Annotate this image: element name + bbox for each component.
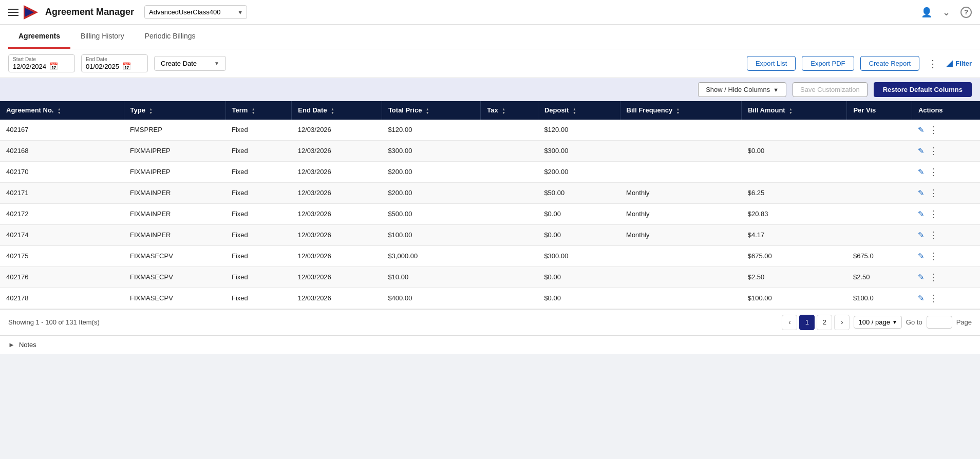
start-date-value: 12/02/2024 — [13, 63, 46, 70]
cell-agreement-no: 402170 — [0, 161, 124, 182]
cell-agreement-no: 402172 — [0, 203, 124, 224]
col-per-vis-label: Per Vis — [853, 106, 876, 114]
edit-icon[interactable]: ✎ — [918, 209, 925, 219]
filter-icon: ◢ — [946, 59, 952, 68]
cell-end-date: 12/03/2026 — [292, 120, 382, 141]
start-date-calendar-icon[interactable]: 📅 — [49, 62, 58, 70]
end-date-calendar-icon[interactable]: 📅 — [122, 62, 131, 70]
table-header-row: Agreement No. ▲▼ Type ▲▼ Term ▲▼ End Dat… — [0, 101, 980, 120]
row-more-icon[interactable]: ⋮ — [929, 166, 938, 178]
cell-bill-frequency — [620, 288, 742, 309]
cell-per-vis: $675.0 — [847, 245, 912, 266]
show-hide-bar: Show / Hide Columns ▼ Save Customization… — [0, 78, 980, 101]
cell-tax — [481, 224, 538, 245]
col-end-date[interactable]: End Date ▲▼ — [292, 101, 382, 120]
cell-bill-frequency: Monthly — [620, 224, 742, 245]
row-more-icon[interactable]: ⋮ — [929, 187, 938, 199]
sort-type-icon[interactable]: ▲▼ — [149, 107, 153, 114]
show-hide-label: Show / Hide Columns — [706, 86, 770, 93]
cell-actions: ✎ ⋮ — [912, 140, 980, 161]
row-more-icon[interactable]: ⋮ — [929, 230, 938, 241]
page-2-button[interactable]: 2 — [817, 315, 832, 330]
row-more-icon[interactable]: ⋮ — [929, 272, 938, 283]
tab-periodic-billings[interactable]: Periodic Billings — [135, 25, 206, 49]
tab-billing-history[interactable]: Billing History — [70, 25, 135, 49]
table-row: 402172FIXMAINPERFixed12/03/2026$500.00$0… — [0, 203, 980, 224]
row-more-icon[interactable]: ⋮ — [929, 251, 938, 262]
col-agreement-no[interactable]: Agreement No. ▲▼ — [0, 101, 124, 120]
cell-tax — [481, 203, 538, 224]
restore-default-columns-button[interactable]: Restore Default Columns — [874, 82, 972, 97]
download-icon[interactable]: ⌄ — [943, 7, 950, 18]
notes-bar[interactable]: ► Notes — [0, 335, 980, 354]
per-page-dropdown[interactable]: 100 / page ▼ — [854, 316, 901, 329]
export-pdf-button[interactable]: Export PDF — [802, 56, 854, 71]
cell-bill-amount — [742, 120, 847, 141]
per-page-arrow-icon: ▼ — [892, 319, 897, 325]
row-more-icon[interactable]: ⋮ — [929, 124, 938, 136]
row-more-icon[interactable]: ⋮ — [929, 293, 938, 304]
cell-actions: ✎ ⋮ — [912, 288, 980, 309]
row-more-icon[interactable]: ⋮ — [929, 145, 938, 157]
save-customization-button[interactable]: Save Customization — [793, 82, 868, 97]
cell-end-date: 12/03/2026 — [292, 161, 382, 182]
sort-deposit-icon[interactable]: ▲▼ — [573, 107, 576, 114]
row-more-icon[interactable]: ⋮ — [929, 208, 938, 220]
user-select[interactable]: AdvancedUserClass400 — [144, 5, 247, 19]
user-profile-icon[interactable]: 👤 — [921, 7, 932, 18]
cell-actions: ✎ ⋮ — [912, 203, 980, 224]
col-bill-frequency[interactable]: Bill Frequency ▲▼ — [620, 101, 742, 120]
notes-chevron-icon: ► — [8, 341, 15, 349]
hamburger-menu[interactable] — [8, 9, 18, 16]
col-type-label: Type — [130, 106, 145, 114]
col-bill-amount[interactable]: Bill Amount ▲▼ — [742, 101, 847, 120]
cell-bill-frequency — [620, 266, 742, 288]
edit-icon[interactable]: ✎ — [918, 294, 925, 303]
cell-type: FIXMAINPER — [124, 182, 225, 203]
cell-deposit: $50.00 — [538, 182, 620, 203]
create-date-dropdown[interactable]: Create Date ▼ — [154, 56, 226, 71]
start-date-label: Start Date — [13, 56, 70, 62]
show-hide-columns-button[interactable]: Show / Hide Columns ▼ — [698, 82, 786, 97]
edit-icon[interactable]: ✎ — [918, 167, 925, 177]
tabs: Agreements Billing History Periodic Bill… — [0, 25, 980, 49]
cell-deposit: $120.00 — [538, 120, 620, 141]
col-tax[interactable]: Tax ▲▼ — [481, 101, 538, 120]
goto-label: Go to — [906, 318, 922, 326]
help-icon[interactable]: ? — [960, 7, 972, 18]
create-date-arrow-icon: ▼ — [214, 61, 219, 66]
filter-button[interactable]: ◢ Filter — [946, 59, 972, 68]
cell-end-date: 12/03/2026 — [292, 288, 382, 309]
col-total-price[interactable]: Total Price ▲▼ — [382, 101, 480, 120]
prev-page-button[interactable]: ‹ — [782, 315, 797, 330]
edit-icon[interactable]: ✎ — [918, 188, 925, 198]
tab-agreements[interactable]: Agreements — [8, 25, 70, 49]
page-1-button[interactable]: 1 — [799, 315, 815, 330]
export-list-button[interactable]: Export List — [747, 56, 796, 71]
more-options-button[interactable]: ⋮ — [926, 55, 940, 72]
col-type[interactable]: Type ▲▼ — [124, 101, 225, 120]
sort-term-icon[interactable]: ▲▼ — [252, 107, 255, 114]
cell-deposit: $300.00 — [538, 140, 620, 161]
create-report-button[interactable]: Create Report — [860, 56, 920, 71]
col-per-vis[interactable]: Per Vis — [847, 101, 912, 120]
edit-icon[interactable]: ✎ — [918, 273, 925, 282]
cell-agreement-no: 402176 — [0, 266, 124, 288]
user-select-wrapper[interactable]: AdvancedUserClass400 ▼ — [144, 5, 247, 19]
cell-term: Fixed — [225, 182, 292, 203]
sort-bill-frequency-icon[interactable]: ▲▼ — [676, 107, 680, 114]
sort-bill-amount-icon[interactable]: ▲▼ — [789, 107, 793, 114]
sort-tax-icon[interactable]: ▲▼ — [502, 107, 505, 114]
sort-end-date-icon[interactable]: ▲▼ — [331, 107, 334, 114]
cell-term: Fixed — [225, 120, 292, 141]
edit-icon[interactable]: ✎ — [918, 146, 925, 156]
next-page-button[interactable]: › — [834, 315, 850, 330]
col-deposit[interactable]: Deposit ▲▼ — [538, 101, 620, 120]
goto-input[interactable] — [927, 316, 952, 329]
edit-icon[interactable]: ✎ — [918, 252, 925, 261]
sort-agreement-no-icon[interactable]: ▲▼ — [58, 107, 61, 114]
edit-icon[interactable]: ✎ — [918, 231, 925, 240]
col-term[interactable]: Term ▲▼ — [225, 101, 292, 120]
edit-icon[interactable]: ✎ — [918, 125, 925, 135]
sort-total-price-icon[interactable]: ▲▼ — [426, 107, 429, 114]
